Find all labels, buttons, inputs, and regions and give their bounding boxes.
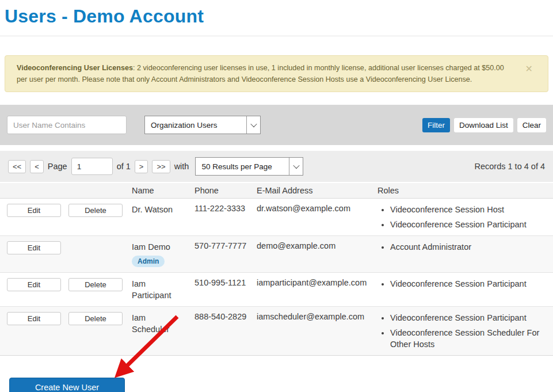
results-per-page-select[interactable]: 50 Results per Page [195,157,303,176]
user-email: dr.watson@example.com [252,199,373,236]
user-email: iamscheduler@example.com [252,307,373,356]
pagination-bar: << < Page of 1 > >> with 50 Results per … [0,151,553,182]
user-name: Iam Demo [132,241,185,253]
edit-button[interactable]: Edit [7,241,61,254]
roles-list: Videoconference Session ParticipantVideo… [377,312,548,350]
create-new-user-button[interactable]: Create New User [9,378,125,392]
page-number-input[interactable] [71,158,113,175]
user-email: demo@example.com [252,236,373,273]
roles-list: Videoconference Session HostVideoconfere… [377,204,548,230]
table-row: Edit Delete Dr. Watson 111-222-3333 dr.w… [0,199,553,236]
results-per-page-value: 50 Results per Page [196,158,289,175]
users-page: Users - Demo Account Videoconferencing U… [0,0,553,392]
user-phone: 111-222-3333 [190,199,252,236]
delete-button[interactable]: Delete [68,278,123,291]
user-name: Iam Scheduler [132,312,185,335]
filter-button[interactable]: Filter [422,118,450,132]
records-count: Records 1 to 4 of 4 [474,162,545,171]
user-type-select[interactable]: Organization Users [144,116,261,134]
page-count-label: of 1 [117,162,131,171]
chevron-down-icon [289,158,303,175]
chevron-down-icon [246,116,260,134]
delete-button[interactable]: Delete [68,312,123,325]
title-divider [0,36,553,36]
with-label: with [174,162,189,171]
edit-button[interactable]: Edit [7,204,61,217]
roles-list: Account Administrator [377,241,548,253]
user-phone: 510-995-1121 [190,273,252,307]
page-label: Page [48,162,67,171]
header-name: Name [126,183,190,199]
role-item: Videoconference Session Host [390,204,548,215]
header-actions-delete [64,183,126,199]
role-item: Videoconference Session Participant [390,312,548,324]
clear-button[interactable]: Clear [517,118,546,132]
role-item: Videoconference Session Participant [390,219,548,230]
license-notice-heading: Videoconferencing User Licenses [17,64,133,72]
user-type-select-value: Organization Users [145,116,246,134]
user-name: Dr. Watson [132,204,185,215]
header-email: E-Mail Address [252,183,373,199]
next-page-button[interactable]: > [135,160,148,173]
user-phone: 888-540-2829 [190,307,252,356]
users-table: Name Phone E-Mail Address Roles Edit Del… [0,183,553,356]
page-title: Users - Demo Account [5,6,553,27]
user-name: Iam Participant [132,278,185,301]
license-notice-banner: Videoconferencing User Licenses: 2 video… [5,55,548,92]
role-item: Videoconference Session Participant [390,278,548,290]
filter-bar: Organization Users Filter Download List … [0,105,553,145]
last-page-button[interactable]: >> [152,160,170,173]
header-phone: Phone [190,183,252,199]
header-actions-edit [0,183,64,199]
role-item: Videoconference Session Scheduler For Ot… [390,327,548,350]
table-row: Edit Delete Iam Scheduler 888-540-2829 i… [0,307,553,356]
user-phone: 570-777-7777 [190,236,252,273]
table-row: Edit Delete Iam Demo Admin 570-777-7777 … [0,236,553,273]
download-list-button[interactable]: Download List [454,118,513,132]
first-page-button[interactable]: << [8,160,26,173]
users-table-body: Edit Delete Dr. Watson 111-222-3333 dr.w… [0,199,553,356]
edit-button[interactable]: Edit [7,312,61,325]
users-table-header: Name Phone E-Mail Address Roles [0,183,553,199]
admin-badge: Admin [132,256,165,267]
user-email: iamparticipant@example.com [252,273,373,307]
delete-button[interactable]: Delete [68,204,123,217]
user-name-filter-input[interactable] [7,116,127,134]
edit-button[interactable]: Edit [7,278,61,291]
close-icon[interactable]: ✕ [525,62,533,77]
table-row: Edit Delete Iam Participant 510-995-1121… [0,273,553,307]
license-notice-text: Videoconferencing User Licenses: 2 video… [17,62,513,85]
previous-page-button[interactable]: < [30,160,44,173]
role-item: Account Administrator [390,241,548,253]
roles-list: Videoconference Session Participant [377,278,548,290]
header-roles: Roles [373,183,553,199]
